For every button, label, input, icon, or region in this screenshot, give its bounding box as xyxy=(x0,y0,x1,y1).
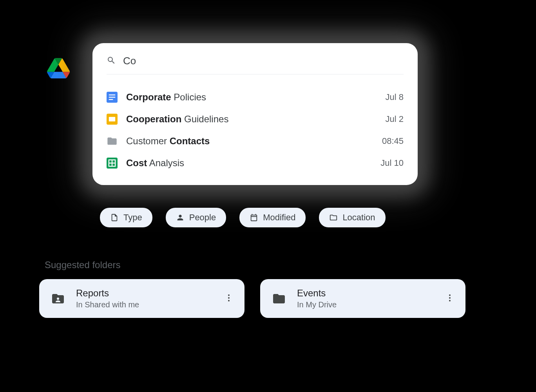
search-icon xyxy=(107,56,116,67)
search-results: Corporate Policies Jul 8 Cooperation Gui… xyxy=(107,74,404,174)
chip-type[interactable]: Type xyxy=(100,208,152,227)
result-name: Customer Contacts xyxy=(126,136,373,147)
svg-point-12 xyxy=(228,297,230,299)
suggested-folders-title: Suggested folders xyxy=(45,260,120,270)
folder-name: Events xyxy=(297,288,435,299)
svg-point-14 xyxy=(449,294,451,296)
result-item[interactable]: Corporate Policies Jul 8 xyxy=(107,86,404,108)
chip-people[interactable]: People xyxy=(166,208,226,227)
search-dropdown: Corporate Policies Jul 8 Cooperation Gui… xyxy=(92,43,418,185)
sheets-icon xyxy=(107,158,118,169)
drive-logo xyxy=(47,58,70,78)
folder-location: In Shared with me xyxy=(76,300,214,309)
svg-point-16 xyxy=(449,300,451,301)
search-input[interactable] xyxy=(123,55,404,67)
folder-location: In My Drive xyxy=(297,300,435,309)
search-row xyxy=(107,51,404,74)
result-item[interactable]: Cooperation Guidelines Jul 2 xyxy=(107,108,404,130)
chip-label: People xyxy=(189,212,216,223)
result-name: Cooperation Guidelines xyxy=(126,114,377,125)
folder-icon xyxy=(271,291,287,307)
folder-card[interactable]: Reports In Shared with me xyxy=(39,279,244,318)
svg-point-10 xyxy=(57,298,59,300)
chip-modified[interactable]: Modified xyxy=(239,208,306,227)
svg-rect-1 xyxy=(109,94,115,95)
result-item[interactable]: Cost Analysis Jul 10 xyxy=(107,152,404,174)
result-name: Cost Analysis xyxy=(126,158,372,169)
svg-rect-2 xyxy=(109,97,115,98)
folder-icon xyxy=(107,136,118,147)
result-name: Corporate Policies xyxy=(126,92,377,103)
chip-label: Location xyxy=(342,212,375,223)
result-date: Jul 8 xyxy=(386,92,404,102)
chip-label: Modified xyxy=(263,212,295,223)
svg-rect-3 xyxy=(109,99,113,100)
folder-text: Reports In Shared with me xyxy=(76,288,214,309)
chip-location[interactable]: Location xyxy=(319,208,385,227)
svg-point-13 xyxy=(228,300,230,301)
svg-point-15 xyxy=(449,297,451,299)
svg-point-11 xyxy=(228,294,230,296)
folder-name: Reports xyxy=(76,288,214,299)
more-icon[interactable] xyxy=(445,293,455,304)
folder-text: Events In My Drive xyxy=(297,288,435,309)
result-date: Jul 10 xyxy=(380,158,404,168)
chip-label: Type xyxy=(123,212,142,223)
svg-rect-5 xyxy=(109,117,115,122)
filter-chips: Type People Modified Location xyxy=(100,208,386,227)
more-icon[interactable] xyxy=(224,293,234,304)
suggested-folders: Reports In Shared with me Events In My D… xyxy=(39,279,465,318)
folder-card[interactable]: Events In My Drive xyxy=(260,279,465,318)
result-date: 08:45 xyxy=(382,136,404,146)
result-item[interactable]: Customer Contacts 08:45 xyxy=(107,130,404,152)
shared-folder-icon xyxy=(50,291,66,307)
docs-icon xyxy=(107,92,118,103)
slides-icon xyxy=(107,114,118,125)
result-date: Jul 2 xyxy=(386,114,404,124)
